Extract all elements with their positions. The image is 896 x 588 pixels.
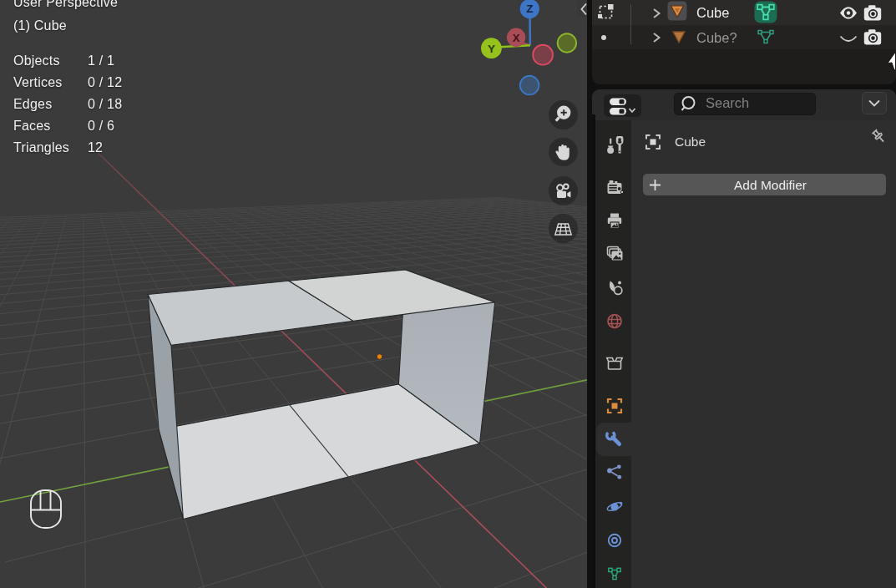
- svg-text:X: X: [513, 32, 520, 44]
- svg-text:Z: Z: [526, 3, 533, 15]
- svg-text:Y: Y: [488, 43, 495, 55]
